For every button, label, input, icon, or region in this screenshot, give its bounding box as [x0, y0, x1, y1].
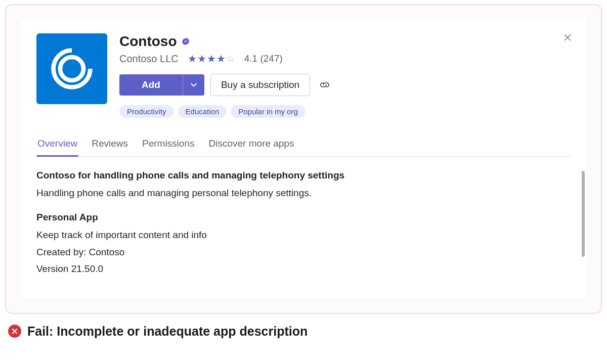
star-icon: ★	[188, 53, 197, 65]
fail-icon	[8, 325, 21, 338]
title-row: Contoso	[119, 33, 571, 50]
star-rating: ★ ★ ★ ★ ☆	[188, 53, 235, 65]
add-button[interactable]: Add	[119, 74, 183, 96]
tag-productivity[interactable]: Productivity	[119, 105, 174, 118]
star-icon: ★	[216, 53, 226, 65]
created-by: Created by: Contoso	[36, 245, 571, 259]
rating-value: 4.1 (247)	[244, 53, 283, 64]
caption-text: Fail: Incomplete or inadequate app descr…	[27, 324, 308, 339]
verified-badge-icon	[181, 37, 190, 46]
add-split-button: Add	[119, 74, 204, 96]
buy-subscription-button[interactable]: Buy a subscription	[210, 74, 310, 96]
version: Version 21.50.0	[36, 261, 571, 276]
annotated-frame: Contoso Contoso LLC ★ ★ ★ ★ ☆ 4	[5, 4, 602, 314]
overview-content: Contoso for handling phone calls and man…	[36, 168, 571, 277]
tag-education[interactable]: Education	[178, 105, 227, 118]
overview-summary: Handling phone calls and managing person…	[36, 186, 571, 200]
link-icon	[319, 79, 330, 90]
star-icon: ★	[197, 53, 206, 65]
section-line: Keep track of important content and info	[36, 228, 571, 242]
tag-row: Productivity Education Popular in my org	[119, 105, 571, 118]
section-title: Personal App	[36, 210, 571, 224]
tab-overview[interactable]: Overview	[36, 133, 78, 156]
spiral-icon	[48, 44, 96, 93]
tab-discover[interactable]: Discover more apps	[207, 133, 295, 156]
action-row: Add Buy a subscription	[119, 74, 571, 96]
svg-point-1	[60, 57, 83, 80]
chevron-down-icon	[190, 81, 197, 88]
close-button[interactable]	[560, 30, 575, 44]
overview-headline: Contoso for handling phone calls and man…	[36, 168, 571, 183]
app-title: Contoso	[119, 33, 177, 50]
tab-reviews[interactable]: Reviews	[91, 133, 129, 156]
star-outline-icon: ☆	[226, 53, 235, 65]
add-dropdown-button[interactable]	[183, 74, 204, 96]
star-icon: ★	[207, 53, 216, 65]
dialog-header: Contoso Contoso LLC ★ ★ ★ ★ ☆ 4	[36, 33, 571, 118]
scrollbar-thumb[interactable]	[582, 171, 585, 257]
copy-link-button[interactable]	[316, 76, 333, 94]
tab-bar: Overview Reviews Permissions Discover mo…	[36, 133, 571, 157]
annotation-caption: Fail: Incomplete or inadequate app descr…	[5, 324, 602, 339]
tab-permissions[interactable]: Permissions	[141, 133, 195, 156]
tag-popular[interactable]: Popular in my org	[231, 105, 306, 118]
publisher-name: Contoso LLC	[119, 53, 179, 65]
app-details-dialog: Contoso Contoso LLC ★ ★ ★ ★ ☆ 4	[20, 19, 587, 299]
app-icon	[36, 33, 107, 104]
close-icon	[563, 33, 572, 41]
header-main: Contoso Contoso LLC ★ ★ ★ ★ ☆ 4	[119, 33, 571, 118]
publisher-row: Contoso LLC ★ ★ ★ ★ ☆ 4.1 (247)	[119, 53, 571, 65]
